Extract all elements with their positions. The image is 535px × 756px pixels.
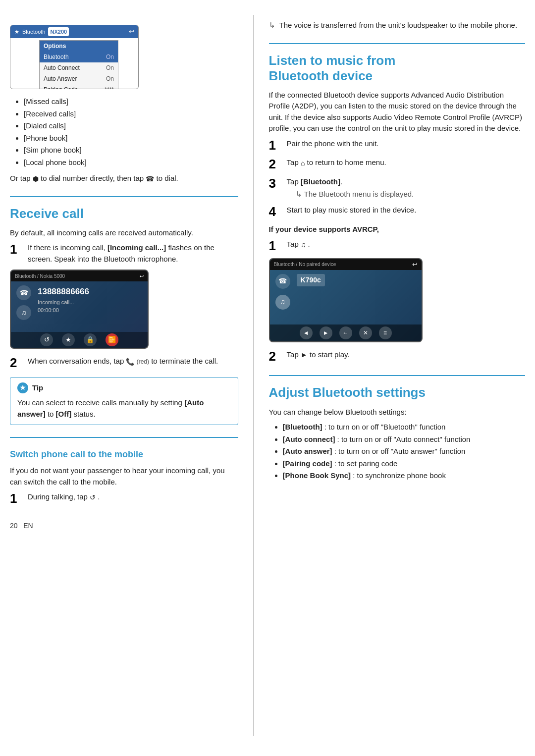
options-top-left: ★ Bluetooth NX200	[14, 27, 69, 37]
call-screen-bottom-bar: ↺ ★ 🔒 📴	[11, 332, 148, 348]
step1-num: 1	[10, 242, 25, 257]
listen-step3: 3 Tap [Bluetooth]. ↳ The Bluetooth menu …	[269, 176, 525, 200]
list-item-dialed: [Dialed calls]	[24, 120, 238, 132]
call-btn-swap[interactable]: ↺	[40, 333, 53, 346]
listen-step3-text: Tap [Bluetooth].	[287, 177, 343, 186]
home-icon: ⌂	[301, 158, 305, 168]
list-item-pairingcode: [Pairing code] : to set paring code	[283, 458, 525, 470]
adjust-item0-text: : to turn on or off "Bluetooth" function	[324, 423, 446, 431]
call-screen-main: ☎ ♫ 13888886666 Incoming call... 00:00:0…	[11, 281, 148, 324]
options-menu-row-autoanswer[interactable]: Auto Answer On	[40, 73, 118, 84]
step1-text: If there is incoming call,	[28, 243, 106, 252]
if-avrcp-label: If your device supports AVRCP,	[269, 224, 525, 235]
tip-bold2: [Off]	[56, 410, 72, 418]
k790-prev-btn[interactable]: ◄	[300, 326, 313, 339]
receive-call-title: Receive call	[10, 206, 238, 221]
receive-call-step1: 1 If there is incoming call, [Incoming c…	[10, 242, 238, 265]
switch-section-body: If you do not want your passenger to hea…	[10, 465, 238, 487]
options-menu-row-bluetooth[interactable]: Bluetooth On	[40, 52, 118, 62]
options-menu: Options Bluetooth On Auto Connect On Aut…	[39, 40, 118, 90]
k790-left-icons: ☎ ♫	[274, 274, 292, 321]
back-icon[interactable]: ↩	[129, 27, 134, 37]
listen-step1: 1 Pair the phone with the unit.	[269, 138, 525, 153]
adjust-item4-bold: [Phone Book Sync]	[283, 471, 351, 480]
k790-next-btn[interactable]: ►	[320, 326, 332, 339]
call-icon: ☎	[146, 174, 154, 184]
options-top-bar-left: Bluetooth	[22, 28, 45, 36]
call-phone-icon: ☎	[16, 285, 31, 300]
adjust-item0-bold: [Bluetooth]	[283, 423, 322, 431]
tip-star-icon: ★	[17, 382, 28, 393]
play-icon: ►	[301, 350, 308, 360]
call-btn-end[interactable]: 📴	[106, 333, 118, 346]
k790-main-area: ☎ ♫ K790c	[270, 270, 422, 324]
k790-close-btn[interactable]: ✕	[359, 326, 372, 339]
list-item-phonebooksync: [Phone Book Sync] : to synchronize phone…	[283, 470, 525, 482]
adjust-item1-bold: [Auto connect]	[283, 435, 335, 443]
left-column: ★ Bluetooth NX200 ↩ Options Bluetooth On…	[10, 15, 253, 736]
k790-right-area: K790c	[297, 274, 418, 321]
incoming-call-status: Incoming call...	[38, 298, 144, 307]
options-value-pairingcode: ****	[105, 85, 114, 90]
tip-text1: You can select to receive calls manually…	[17, 398, 182, 407]
listen-step4-num: 4	[269, 205, 284, 219]
options-menu-row-pairingcode[interactable]: Pairing Code ****	[40, 84, 118, 90]
k790-top-label: Bluetooth / No paired device	[274, 261, 336, 268]
adjust-item1-text: : to turn on or off "Auto connect" funct…	[337, 435, 471, 443]
options-label-bluetooth: Bluetooth	[44, 53, 69, 61]
options-label-autoconnect: Auto Connect	[44, 63, 80, 72]
call-screen-top-bar: Bluetooth / Nokia 5000 ↩	[11, 270, 148, 281]
or-dial-text: Or tap ⬢ to dial number directly, then t…	[10, 173, 238, 184]
list-item-localphonebook: [Local phone book]	[24, 157, 238, 168]
list-item-received: [Received calls]	[24, 108, 238, 120]
music-note-icon: ♫	[301, 240, 306, 250]
listen-step2: 2 Tap ⌂ to return to home menu.	[269, 157, 525, 171]
tip-body: You can select to receive calls manually…	[17, 397, 231, 420]
tip-text2: to	[48, 410, 54, 418]
page-number: 20 EN	[10, 521, 238, 531]
listen-step2-text2: to return to home menu.	[307, 158, 386, 166]
tip-box: ★ Tip You can select to receive calls ma…	[10, 377, 238, 426]
k790-phone-icon: ☎	[275, 274, 290, 289]
step1-bold: [Incoming call...]	[107, 243, 166, 252]
listen-section-body: If the connected Bluetooth device suppor…	[269, 90, 525, 134]
call-screen-back-icon[interactable]: ↩	[140, 272, 144, 280]
options-menu-title: Options	[40, 41, 118, 52]
dial-suffix: to dial.	[157, 174, 178, 182]
call-btn-lock[interactable]: 🔒	[84, 333, 97, 346]
section-divider-listen	[269, 43, 525, 44]
listen-step2-num: 2	[269, 157, 284, 171]
call-btn-star[interactable]: ★	[62, 333, 75, 346]
section-divider-receive	[10, 196, 238, 197]
section-divider-switch	[10, 437, 238, 438]
listen-step3-num: 3	[269, 176, 284, 191]
listen-step4-body: Start to play music stored in the device…	[287, 205, 525, 216]
tip-text3: status.	[73, 410, 95, 418]
step1-body: If there is incoming call, [Incoming cal…	[28, 242, 238, 265]
arrow-icon: ↳	[296, 190, 302, 198]
nx-badge: NX200	[48, 27, 69, 37]
list-item-phonebook: [Phone book]	[24, 133, 238, 144]
options-screen-inner: Options Bluetooth On Auto Connect On Aut…	[10, 38, 138, 90]
k790-bottom-bar: ◄ ► ← ✕ ≡	[270, 324, 422, 341]
top-note: ↳ The voice is transferred from the unit…	[269, 20, 525, 31]
k790-back-btn[interactable]: ←	[339, 326, 352, 339]
receive-call-step2: 2 When conversation ends, tap 📞 (red) to…	[10, 356, 238, 370]
tip-title: Tip	[32, 382, 43, 394]
list-item-simphonebook: [Sim phone book]	[24, 145, 238, 156]
step2-num: 2	[10, 356, 25, 370]
section-divider-adjust	[269, 375, 525, 376]
step2-text2: to terminate the call.	[151, 357, 218, 365]
listen-step2-text: Tap	[287, 158, 299, 166]
dial-text: to dial number directly, then tap	[41, 174, 144, 182]
k790-back-icon[interactable]: ↩	[412, 260, 418, 270]
avrcp-step1-body: Tap ♫ .	[287, 239, 525, 250]
k790-screen-mockup: Bluetooth / No paired device ↩ ☎ ♫ K790c…	[269, 258, 423, 342]
k790-music-icon: ♫	[275, 295, 290, 310]
or-text: Or tap	[10, 174, 31, 182]
call-screen-top-label: Bluetooth / Nokia 5000	[15, 272, 65, 280]
listen-step3-arrow: ↳ The Bluetooth menu is displayed.	[287, 189, 525, 200]
k790-list-btn[interactable]: ≡	[379, 326, 392, 339]
options-menu-row-autoconnect[interactable]: Auto Connect On	[40, 62, 118, 73]
list-item-missed: [Missed calls]	[24, 96, 238, 108]
